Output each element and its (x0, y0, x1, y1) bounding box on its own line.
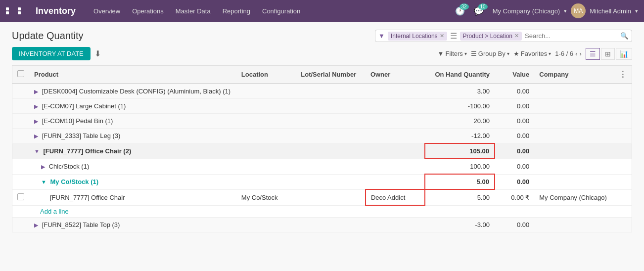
expand-icon[interactable]: ▶ (34, 222, 38, 228)
topnav: Inventory Overview Operations Master Dat… (0, 0, 644, 22)
topnav-menu: Overview Operations Master Data Reportin… (89, 5, 452, 17)
row-qty-highlight: 105.00 (425, 143, 495, 159)
row-company: My Company (Chicago) (534, 189, 614, 205)
next-page-button[interactable]: › (580, 50, 582, 57)
table-row: ▶ [FURN_2333] Table Leg (3) -12.00 0.00 (12, 129, 632, 144)
table-row: ▶ [FURN_8522] Table Top (3) -3.00 0.00 (12, 218, 632, 232)
row-value: 0.00 (495, 84, 534, 99)
grid-view-button[interactable]: ⊞ (601, 48, 615, 60)
favorites-dropdown-icon: ▾ (549, 51, 551, 56)
row-value: 0.00 (495, 99, 534, 114)
menu-reporting[interactable]: Reporting (218, 5, 255, 17)
row-value-detail: 0.00 ₹ (495, 189, 534, 205)
favorites-button[interactable]: ★ Favorites ▾ (513, 50, 551, 57)
groupby-button[interactable]: ☰ Group By ▾ (471, 50, 509, 57)
groupby-icon: ☰ (471, 50, 477, 57)
col-header-product[interactable]: Product (29, 66, 236, 84)
user-avatar[interactable]: MA (571, 3, 586, 18)
menu-overview[interactable]: Overview (89, 5, 125, 17)
col-header-value[interactable]: Value (495, 66, 534, 84)
col-header-check[interactable] (12, 66, 30, 84)
prev-page-button[interactable]: ‹ (575, 50, 577, 57)
expand-icon[interactable]: ▼ (41, 179, 46, 185)
row-product: ▶ [E-COM10] Pedal Bin (1) (29, 114, 236, 129)
table-row: ▶ Chic/Stock (1) 100.00 0.00 (12, 159, 632, 174)
menu-configuration[interactable]: Configuration (257, 5, 305, 17)
col-header-company[interactable]: Company (534, 66, 614, 84)
col-header-location[interactable]: Location (236, 66, 296, 84)
row-value: 0.00 (495, 159, 534, 174)
row-qty: 100.00 (425, 159, 495, 174)
filter-tag-internal-remove[interactable]: ✕ (440, 33, 444, 39)
row-product: ▼ [FURN_7777] Office Chair (2) (29, 143, 236, 159)
filter-tag-internal-label: Internal Locations (391, 33, 438, 40)
row-checkbox[interactable] (17, 193, 24, 200)
messages-badge: 10 (478, 3, 488, 10)
list-view-button[interactable]: ☰ (586, 48, 600, 60)
toolbar: INVENTORY AT DATE ⬇ ▼ Filters ▾ ☰ Group … (12, 47, 632, 60)
row-qty: 3.00 (425, 84, 495, 99)
filter-tag-internal: Internal Locations ✕ (388, 32, 447, 41)
messages-btn[interactable]: 💬 10 (474, 6, 484, 16)
toolbar-left: INVENTORY AT DATE ⬇ (12, 47, 101, 60)
menu-master-data[interactable]: Master Data (171, 5, 216, 17)
topnav-right: 🕐 32 💬 10 My Company (Chicago) ▾ MA Mitc… (455, 3, 638, 18)
row-product: ▶ [FURN_2333] Table Leg (3) (29, 129, 236, 144)
company-dropdown-icon[interactable]: ▾ (564, 8, 567, 14)
search-button[interactable]: 🔍 (620, 32, 629, 40)
col-header-qty[interactable]: On Hand Quantity (425, 66, 495, 84)
expand-icon[interactable]: ▶ (41, 164, 45, 170)
data-table: Product Location Lot/Serial Number Owner… (12, 65, 632, 232)
pagination-text: 1-6 / 6 (555, 50, 573, 57)
favorites-label: Favorites (521, 50, 547, 57)
table-row: ▶ [DESK0004] Customizable Desk (CONFIG) … (12, 84, 632, 99)
download-icon[interactable]: ⬇ (94, 49, 101, 58)
row-product: ▶ [DESK0004] Customizable Desk (CONFIG) … (29, 84, 236, 99)
activity-btn[interactable]: 🕐 32 (455, 6, 465, 16)
table-row: [FURN_7777] Office Chair My Co/Stock Dec… (12, 189, 632, 205)
expand-icon[interactable]: ▶ (34, 118, 38, 124)
expand-icon[interactable]: ▶ (34, 133, 38, 139)
row-qty-teal: 5.00 (425, 174, 495, 189)
add-line-button[interactable]: Add a line (12, 206, 632, 217)
filter-caret-icon: ▼ (438, 50, 444, 57)
col-header-owner[interactable]: Owner (366, 66, 425, 84)
apps-grid-icon[interactable] (6, 7, 29, 14)
filter-tag-location-remove[interactable]: ✕ (514, 33, 519, 39)
row-value: 0.00 (495, 218, 534, 232)
expand-icon[interactable]: ▶ (34, 89, 38, 94)
row-check (12, 84, 30, 99)
col-header-lot[interactable]: Lot/Serial Number (296, 66, 366, 84)
inventory-at-date-button[interactable]: INVENTORY AT DATE (12, 47, 91, 60)
row-product: ▶ [E-COM07] Large Cabinet (1) (29, 99, 236, 114)
menu-operations[interactable]: Operations (127, 5, 169, 17)
row-owner: Deco Addict (366, 189, 425, 205)
content-area: Update Quantity ▼ Internal Locations ✕ ☰… (0, 22, 644, 240)
row-value: 0.00 (495, 174, 534, 189)
header-right: ▼ Internal Locations ✕ ☰ Product > Locat… (375, 30, 632, 42)
table-row: ▼ [FURN_7777] Office Chair (2) 105.00 0.… (12, 143, 632, 159)
table-row: ▼ My Co/Stock (1) 5.00 0.00 (12, 174, 632, 189)
row-check[interactable] (12, 189, 30, 205)
row-product: ▶ [FURN_8522] Table Top (3) (29, 218, 236, 232)
expand-icon[interactable]: ▼ (34, 148, 40, 154)
chart-view-button[interactable]: 📊 (616, 48, 632, 60)
row-qty: -12.00 (425, 129, 495, 144)
user-dropdown-icon[interactable]: ▾ (635, 8, 638, 14)
view-buttons: ☰ ⊞ 📊 (586, 48, 632, 60)
pagination: 1-6 / 6 ‹ › (555, 50, 582, 57)
row-value: 0.00 (495, 129, 534, 144)
table-row: ▶ [E-COM07] Large Cabinet (1) -100.00 0.… (12, 99, 632, 114)
row-qty: -100.00 (425, 99, 495, 114)
row-qty-detail: 5.00 (425, 189, 495, 205)
col-header-more[interactable]: ⋮ (614, 66, 632, 84)
row-value: 0.00 (495, 143, 534, 159)
user-name[interactable]: Mitchell Admin (590, 7, 631, 15)
select-all-checkbox[interactable] (17, 70, 24, 77)
filters-button[interactable]: ▼ Filters ▾ (438, 50, 467, 57)
table-row: ▶ [E-COM10] Pedal Bin (1) 20.00 0.00 (12, 114, 632, 129)
search-input[interactable] (525, 32, 617, 40)
more-options-icon[interactable]: ⋮ (619, 70, 627, 79)
company-selector[interactable]: My Company (Chicago) (493, 7, 560, 15)
expand-icon[interactable]: ▶ (34, 103, 38, 109)
